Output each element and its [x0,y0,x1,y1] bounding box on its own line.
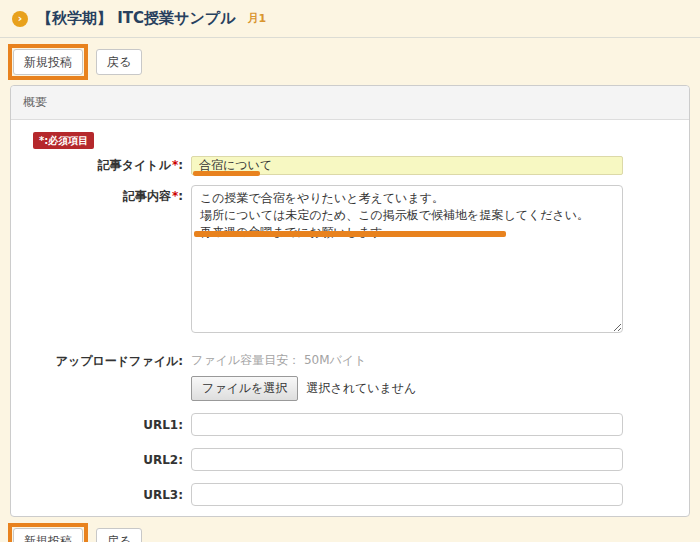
course-period-badge: 月1 [247,11,266,26]
annotation-highlight-box-top: 新規投稿 [8,44,88,80]
file-size-hint: ファイル容量目安： 50Mバイト [191,350,623,369]
article-content-label: 記事内容*: [11,185,191,205]
url1-row: URL1: [11,413,689,436]
required-items-badge: *:必須項目 [33,132,94,149]
url1-input[interactable] [191,413,623,436]
page-title: 【秋学期】 ITC授業サンプル [37,9,235,28]
file-picker: ファイルを選択 選択されていません [191,376,623,401]
upload-file-row: アップロードファイル: ファイル容量目安： 50Mバイト ファイルを選択 選択さ… [11,350,689,401]
panel-body: *:必須項目 記事タイトル*: 記事内容*: この授業で合宿をやりたいと考えてい… [11,120,689,516]
back-button-bottom[interactable]: 戻る [96,528,142,542]
url2-label: URL2: [11,453,191,467]
article-content-label-text: 記事内容 [123,189,171,203]
file-selected-status: 選択されていません [306,380,416,397]
article-title-label: 記事タイトル*: [11,157,191,174]
toolbar-bottom: 新規投稿 戻る [8,524,700,542]
overview-panel: 概要 *:必須項目 記事タイトル*: 記事内容*: この授業で合宿をやりたいと考… [10,85,690,517]
new-post-button-top[interactable]: 新規投稿 [13,49,83,75]
toolbar-top: 新規投稿 戻る [8,45,700,79]
url2-input[interactable] [191,448,623,471]
back-button-top[interactable]: 戻る [96,49,142,75]
label-colon: : [178,158,183,172]
page-header: › 【秋学期】 ITC授業サンプル 月1 [0,0,700,38]
annotation-underline-content [194,231,506,237]
url3-input[interactable] [191,483,623,506]
url2-row: URL2: [11,448,689,471]
url1-label: URL1: [11,418,191,432]
article-title-label-text: 記事タイトル [98,158,171,172]
label-colon: : [178,189,183,203]
annotation-highlight-box-bottom: 新規投稿 [8,523,88,542]
upload-file-label: アップロードファイル: [11,350,191,370]
article-content-textarea[interactable]: この授業で合宿をやりたいと考えています。 場所については未定のため、この掲示板で… [191,185,623,333]
url3-row: URL3: [11,483,689,506]
forward-arrow-icon: › [12,11,28,27]
url3-label: URL3: [11,488,191,502]
panel-header: 概要 [11,86,689,120]
article-title-row: 記事タイトル*: [11,156,689,175]
new-post-button-bottom[interactable]: 新規投稿 [13,528,83,542]
article-content-row: 記事内容*: この授業で合宿をやりたいと考えています。 場所については未定のため… [11,185,689,336]
annotation-underline-title [193,171,260,176]
file-select-button[interactable]: ファイルを選択 [191,376,298,401]
